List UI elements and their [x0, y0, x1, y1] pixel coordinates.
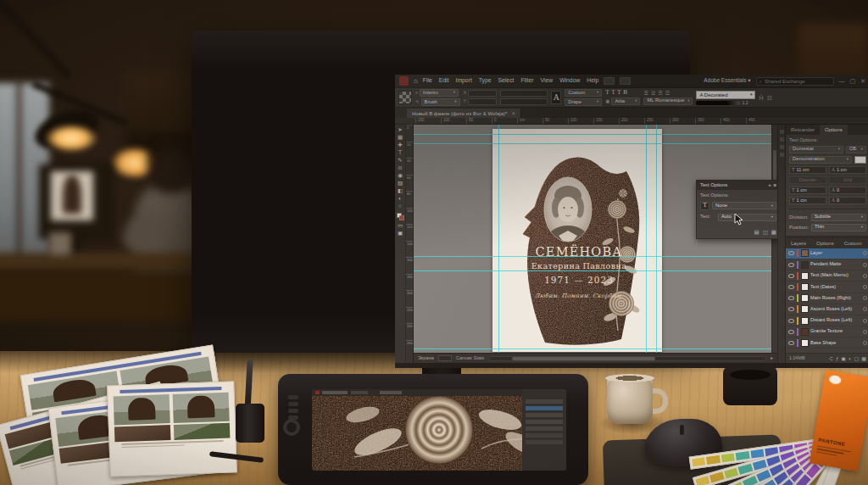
menu-item[interactable]: Edit: [439, 78, 449, 84]
artboard[interactable]: СЕМЁНОВА Екатерина Павловна 1971 — 2023 …: [492, 129, 662, 352]
layer-name[interactable]: Pendant Matte: [810, 262, 861, 267]
layer-thumbnail[interactable]: [801, 294, 809, 302]
layer-name[interactable]: Ascent Roses (Left): [810, 307, 861, 312]
window-control-button[interactable]: ▢: [850, 78, 856, 84]
app-logo-icon[interactable]: [399, 76, 409, 86]
mode-combo[interactable]: Custom: [565, 89, 602, 97]
visibility-eye-icon[interactable]: [788, 319, 794, 323]
search-input[interactable]: ⌕Shared Exchange: [756, 77, 834, 86]
delete-layer-icon[interactable]: ▦: [861, 356, 866, 361]
baseline-stepper[interactable]: T1 cm: [789, 197, 826, 204]
collapse-icon[interactable]: »: [768, 183, 771, 188]
tombstone-design[interactable]: СЕМЁНОВА Екатерина Павловна 1971 — 2023 …: [492, 129, 662, 352]
tool-button[interactable]: ➤: [398, 127, 402, 133]
style-combo[interactable]: Drape: [565, 98, 602, 106]
layer-mask-icon[interactable]: ▣: [841, 356, 846, 361]
lock-icon[interactable]: [863, 319, 867, 323]
layer-row[interactable]: Text (Main Memo): [786, 270, 868, 282]
layer-name[interactable]: Main Roses (Right): [810, 296, 861, 301]
lock-icon[interactable]: [863, 296, 867, 300]
panel-menu-icon[interactable]: ≡: [774, 183, 776, 188]
layer-row[interactable]: Ascent Roses (Left): [786, 304, 868, 315]
visibility-eye-icon[interactable]: [788, 285, 794, 289]
panel-icon[interactable]: [780, 137, 784, 142]
preset-combo[interactable]: Interim: [420, 89, 459, 97]
antialias-combo[interactable]: Atita: [611, 98, 640, 105]
new-layer-icon[interactable]: ▢: [854, 356, 860, 361]
layer-thumbnail[interactable]: [801, 317, 809, 325]
tool-button[interactable]: ◉: [398, 173, 403, 179]
warp-icon[interactable]: Ĥ: [759, 95, 763, 101]
text-color-swatch[interactable]: [854, 156, 866, 164]
position-combo[interactable]: Thin: [811, 224, 866, 231]
close-tab-icon[interactable]: ✕: [511, 111, 515, 116]
link-layers-icon[interactable]: ⊂: [829, 356, 833, 361]
layer-thumbnail[interactable]: [801, 283, 809, 291]
panel-icon[interactable]: [780, 130, 784, 134]
layers-tab[interactable]: Options: [811, 238, 839, 248]
visibility-eye-icon[interactable]: [788, 296, 794, 300]
visibility-eye-icon[interactable]: [788, 251, 794, 255]
adjustment-icon[interactable]: ◐: [849, 356, 852, 361]
menu-item[interactable]: Import: [456, 78, 472, 84]
leading-stepper[interactable]: A1 cm: [829, 166, 866, 174]
guide[interactable]: [414, 143, 777, 144]
panel-footer-icon[interactable]: ▦: [771, 230, 776, 236]
layer-name[interactable]: Text (Main Memo): [810, 273, 861, 278]
hyphenate-combo[interactable]: ML Romanesque: [643, 98, 693, 105]
visibility-eye-icon[interactable]: [788, 263, 794, 267]
share-icon[interactable]: [604, 77, 615, 85]
lock-icon[interactable]: [863, 285, 867, 289]
guide[interactable]: [498, 125, 499, 353]
layer-name[interactable]: Layer: [810, 251, 861, 256]
tool-button[interactable]: ✚: [398, 142, 402, 148]
layer-thumbnail[interactable]: [801, 261, 809, 269]
lock-icon[interactable]: [863, 307, 867, 311]
visibility-eye-icon[interactable]: [788, 330, 794, 334]
font-style-combo[interactable]: Demonstration: [789, 156, 852, 164]
menu-item[interactable]: Filter: [520, 78, 533, 84]
lock-icon[interactable]: [863, 263, 867, 267]
lock-icon[interactable]: [863, 330, 867, 334]
window-control-button[interactable]: ✕: [860, 78, 865, 84]
tool-button[interactable]: ▨: [398, 181, 403, 187]
layer-name[interactable]: Distant Roses (Left): [810, 318, 861, 323]
text-style-combo[interactable]: None: [712, 202, 776, 209]
layer-row[interactable]: Text (Dates): [786, 282, 868, 293]
menu-item[interactable]: Type: [479, 78, 492, 84]
tool-button[interactable]: T: [398, 150, 402, 156]
font-family-combo[interactable]: Domestat: [789, 146, 843, 153]
tab-options[interactable]: Options: [820, 125, 848, 135]
panel-footer-icon[interactable]: ▤: [754, 230, 760, 236]
panel-icon[interactable]: [780, 145, 784, 149]
layer-name[interactable]: Granite Texture: [810, 329, 861, 334]
lock-icon[interactable]: [863, 251, 867, 255]
guide[interactable]: [646, 125, 647, 353]
layer-row[interactable]: Base Shape: [786, 337, 868, 348]
guide[interactable]: [414, 348, 777, 349]
tab-paragraph[interactable]: Retoander: [786, 125, 820, 135]
menu-item[interactable]: File: [423, 78, 432, 84]
visibility-eye-icon[interactable]: [788, 341, 794, 345]
character-preset-combo[interactable]: A Decorated: [696, 91, 755, 99]
y-input[interactable]: [468, 98, 497, 105]
layers-tab[interactable]: Layers: [786, 238, 811, 248]
panel-header[interactable]: Text Options » ≡: [697, 181, 777, 190]
lock-icon[interactable]: [863, 341, 867, 345]
zoom-field[interactable]: [438, 355, 452, 361]
font-size-stepper[interactable]: T11 cm: [789, 166, 826, 174]
layer-thumbnail[interactable]: [801, 328, 809, 336]
height-input[interactable]: [500, 98, 548, 105]
layer-name[interactable]: Base Shape: [810, 341, 861, 346]
workspace-switcher[interactable]: Adobe Essentials ▾: [704, 78, 750, 84]
background-color[interactable]: [399, 215, 404, 220]
screen-mode-button[interactable]: ▣: [398, 231, 403, 237]
lock-icon[interactable]: [863, 274, 867, 278]
guide[interactable]: [656, 125, 657, 353]
layer-thumbnail[interactable]: [801, 272, 809, 280]
stroke-preview[interactable]: [696, 101, 740, 105]
scroll-arrow-icon[interactable]: ▸: [771, 356, 773, 361]
horizontal-scrollbar[interactable]: [488, 356, 766, 361]
menu-item[interactable]: Help: [587, 78, 598, 84]
brush-combo[interactable]: Brush: [421, 98, 460, 106]
